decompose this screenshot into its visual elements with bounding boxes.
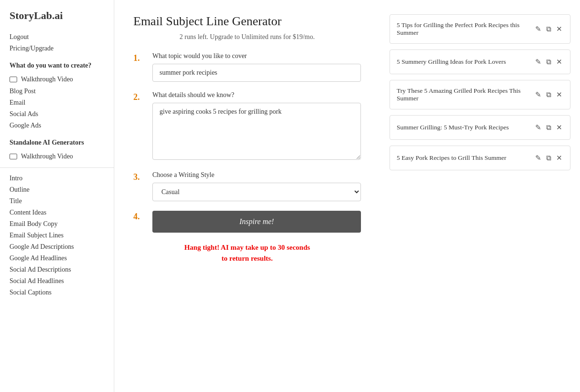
result-text-4: Summer Grilling: 5 Must-Try Pork Recipes [397,124,530,131]
create-email[interactable]: Email [0,97,114,108]
delete-button-1[interactable]: ✕ [555,24,563,34]
result-card-5: 5 Easy Pork Recipes to Grill This Summer… [390,146,570,170]
nav-social-ad-descriptions[interactable]: Social Ad Descriptions [0,264,114,275]
step-3-label: Choose a Writing Style [152,171,361,179]
result-actions-1: ✎ ⧉ ✕ [534,24,563,34]
step-3-number: 3. [133,171,145,182]
video-icon [10,77,17,82]
copy-button-5[interactable]: ⧉ [545,153,552,163]
upgrade-notice: 2 runs left. Upgrade to Unlimited runs f… [133,33,361,41]
nav-social-captions[interactable]: Social Captions [0,287,114,298]
edit-button-1[interactable]: ✎ [534,24,542,34]
delete-button-3[interactable]: ✕ [555,89,563,100]
nav-email-body-copy[interactable]: Email Body Copy [0,218,114,230]
details-input[interactable] [152,103,361,160]
topic-input[interactable] [152,64,361,82]
delete-button-2[interactable]: ✕ [555,57,563,67]
result-card-2: 5 Summery Grilling Ideas for Pork Lovers… [390,49,570,74]
nav-title[interactable]: Title [0,196,114,207]
step-1-number: 1. [133,52,145,63]
nav-google-ad-descriptions[interactable]: Google Ad Descriptions [0,241,114,253]
result-actions-3: ✎ ⧉ ✕ [534,89,563,100]
result-card-4: Summer Grilling: 5 Must-Try Pork Recipes… [390,115,570,140]
result-actions-4: ✎ ⧉ ✕ [534,122,563,133]
copy-button-2[interactable]: ⧉ [545,57,552,67]
logo: StoryLab.ai [0,10,114,31]
nav-intro[interactable]: Intro [0,173,114,184]
divider [0,167,114,168]
page-title: Email Subject Line Generator [133,14,361,29]
step-2-label: What details should we know? [152,91,361,99]
step-4-number: 4. [133,211,145,222]
step-2-row: 2. What details should we know? [133,91,361,162]
result-actions-5: ✎ ⧉ ✕ [534,153,563,163]
edit-button-2[interactable]: ✎ [534,57,542,67]
result-actions-2: ✎ ⧉ ✕ [534,57,563,67]
step-3-content: Choose a Writing Style Casual Profession… [152,171,361,201]
what-create-section-title: What do you want to create? [0,54,114,73]
writing-style-select[interactable]: Casual Professional Witty Persuasive Emp… [152,183,361,201]
edit-button-3[interactable]: ✎ [534,89,542,100]
step-1-row: 1. What topic would you like to cover [133,52,361,82]
result-card-1: 5 Tips for Grilling the Perfect Pork Rec… [390,14,570,44]
copy-button-4[interactable]: ⧉ [545,122,552,133]
create-blog-post[interactable]: Blog Post [0,86,114,97]
nav-email-subject-lines[interactable]: Email Subject Lines [0,230,114,241]
video-icon-2 [10,154,17,159]
content-wrapper: Email Subject Line Generator 2 runs left… [114,0,580,392]
step-1-content: What topic would you like to cover [152,52,361,82]
inspire-button[interactable]: Inspire me! [152,211,361,233]
hang-tight-message: Hang tight! AI may take up to 30 seconds… [133,242,361,264]
edit-button-4[interactable]: ✎ [534,122,542,133]
step-2-content: What details should we know? [152,91,361,162]
standalone-walkthrough-video[interactable]: Walkthrough Video [0,150,114,163]
results-panel: 5 Tips for Grilling the Perfect Pork Rec… [380,0,580,392]
nav-social-ad-headlines[interactable]: Social Ad Headlines [0,275,114,287]
step-2-number: 2. [133,91,145,102]
result-text-3: Try These 5 Amazing Grilled Pork Recipes… [397,87,530,102]
create-google-ads[interactable]: Google Ads [0,120,114,131]
edit-button-5[interactable]: ✎ [534,153,542,163]
main-area: Email Subject Line Generator 2 runs left… [114,0,380,392]
copy-button-1[interactable]: ⧉ [545,24,552,34]
step-4-row: 4. Inspire me! [133,211,361,233]
nav-google-ad-headlines[interactable]: Google Ad Headlines [0,253,114,264]
pricing-link[interactable]: Pricing/Upgrade [0,43,114,54]
step-1-label: What topic would you like to cover [152,52,361,60]
copy-button-3[interactable]: ⧉ [545,89,552,100]
result-text-1: 5 Tips for Grilling the Perfect Pork Rec… [397,21,530,37]
create-social-ads[interactable]: Social Ads [0,108,114,120]
create-walkthrough-video[interactable]: Walkthrough Video [0,73,114,86]
step-3-row: 3. Choose a Writing Style Casual Profess… [133,171,361,201]
result-card-3: Try These 5 Amazing Grilled Pork Recipes… [390,80,570,109]
nav-outline[interactable]: Outline [0,184,114,196]
form-section: 1. What topic would you like to cover 2.… [133,52,361,264]
logout-link[interactable]: Logout [0,31,114,43]
delete-button-5[interactable]: ✕ [555,153,563,163]
step-4-content: Inspire me! [152,211,361,233]
nav-content-ideas[interactable]: Content Ideas [0,207,114,218]
delete-button-4[interactable]: ✕ [555,122,563,133]
result-text-2: 5 Summery Grilling Ideas for Pork Lovers [397,58,530,66]
sidebar: StoryLab.ai Logout Pricing/Upgrade What … [0,0,114,392]
result-text-5: 5 Easy Pork Recipes to Grill This Summer [397,154,530,162]
standalone-section-title: Standalone AI Generators [0,131,114,150]
